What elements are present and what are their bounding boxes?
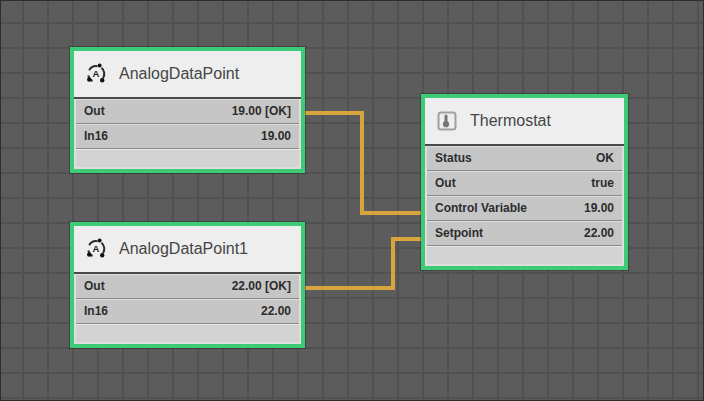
- analog-point-icon: A: [84, 237, 108, 261]
- property-value: 19.00 [OK]: [232, 104, 291, 118]
- node-title: Thermostat: [470, 112, 551, 130]
- node-header[interactable]: Thermostat: [425, 98, 624, 146]
- property-value: 22.00: [584, 226, 614, 240]
- node-title: AnalogDataPoint1: [119, 240, 248, 258]
- property-value: true: [591, 176, 614, 190]
- property-label: Out: [84, 279, 105, 293]
- property-value: 19.00: [261, 129, 291, 143]
- property-value: OK: [596, 151, 614, 165]
- property-row-in16[interactable]: In16 22.00: [76, 299, 299, 324]
- analog-point-icon: A: [84, 62, 108, 86]
- node-footer: [76, 324, 299, 342]
- node-title: AnalogDataPoint: [119, 65, 239, 83]
- node-header[interactable]: A AnalogDataPoint: [74, 51, 301, 99]
- wire-out-to-setpoint[interactable]: [305, 239, 421, 288]
- node-footer: [427, 246, 622, 264]
- property-label: Status: [435, 151, 472, 165]
- svg-text:A: A: [93, 243, 100, 254]
- wire-out-to-control-variable[interactable]: [305, 113, 421, 213]
- property-label: Setpoint: [435, 226, 483, 240]
- node-footer: [76, 149, 299, 167]
- property-row-out[interactable]: Out 22.00 [OK]: [76, 274, 299, 299]
- property-value: 22.00 [OK]: [232, 279, 291, 293]
- property-label: Control Variable: [435, 201, 527, 215]
- node-analogdatapoint1[interactable]: A AnalogDataPoint1 Out 22.00 [OK] In16 2…: [70, 222, 305, 348]
- property-label: Out: [84, 104, 105, 118]
- property-value: 22.00: [261, 304, 291, 318]
- svg-text:A: A: [93, 68, 100, 79]
- property-row-out[interactable]: Out true: [427, 171, 622, 196]
- node-analogdatapoint[interactable]: A AnalogDataPoint Out 19.00 [OK] In16 19…: [70, 47, 305, 173]
- property-row-out[interactable]: Out 19.00 [OK]: [76, 99, 299, 124]
- node-thermostat[interactable]: Thermostat Status OK Out true Control Va…: [421, 94, 628, 270]
- property-row-control-variable[interactable]: Control Variable 19.00: [427, 196, 622, 221]
- wiresheet-canvas[interactable]: A AnalogDataPoint Out 19.00 [OK] In16 19…: [0, 0, 704, 401]
- property-row-setpoint[interactable]: Setpoint 22.00: [427, 221, 622, 246]
- property-value: 19.00: [584, 201, 614, 215]
- property-label: Out: [435, 176, 456, 190]
- property-row-status[interactable]: Status OK: [427, 146, 622, 171]
- thermostat-icon: [435, 109, 459, 133]
- node-header[interactable]: A AnalogDataPoint1: [74, 226, 301, 274]
- property-row-in16[interactable]: In16 19.00: [76, 124, 299, 149]
- property-label: In16: [84, 304, 108, 318]
- property-label: In16: [84, 129, 108, 143]
